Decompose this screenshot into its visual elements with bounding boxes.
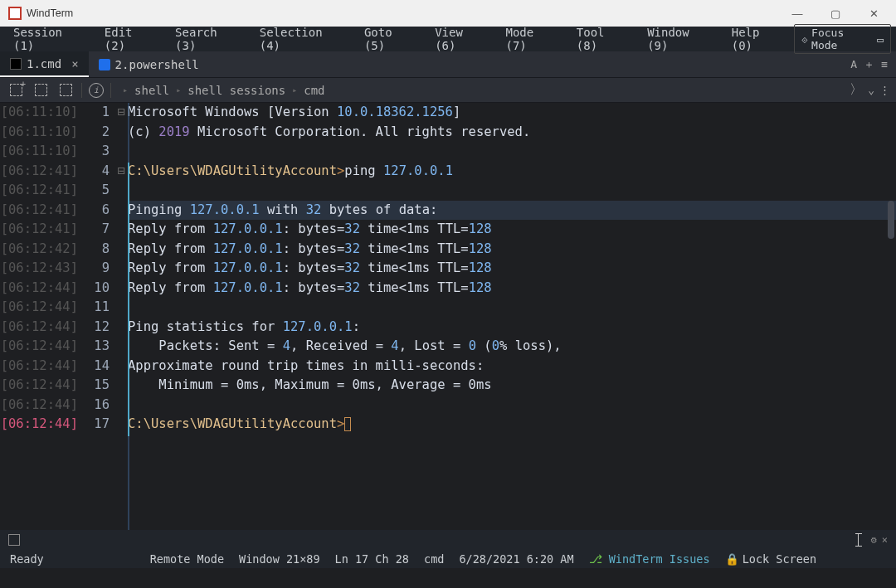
line-number: 14 bbox=[83, 357, 110, 377]
terminal-line: Reply from 127.0.0.1: bytes=32 time<1ms … bbox=[128, 279, 896, 299]
app-title: WindTerm bbox=[27, 7, 73, 19]
menu-selection[interactable]: Selection (4) bbox=[251, 22, 356, 56]
menu-goto[interactable]: Goto (5) bbox=[356, 22, 426, 56]
menubar: Session (1) Edit (2) Search (3) Selectio… bbox=[0, 27, 896, 51]
tab-cmd[interactable]: 1.cmd × bbox=[0, 51, 89, 77]
terminal-line: Reply from 127.0.0.1: bytes=32 time<1ms … bbox=[128, 240, 896, 260]
line-number: 4 bbox=[83, 162, 110, 182]
terminal[interactable]: [06:11:10][06:11:10][06:11:10][06:12:41]… bbox=[0, 103, 896, 530]
terminal-line: Reply from 127.0.0.1: bytes=32 time<1ms … bbox=[128, 220, 896, 240]
maximize-button[interactable]: ▢ bbox=[816, 0, 855, 27]
font-a-button[interactable]: A bbox=[850, 58, 857, 70]
fold-toggle bbox=[114, 123, 128, 143]
crumb-sessions[interactable]: shell sessions bbox=[187, 84, 285, 97]
fold-toggle bbox=[114, 220, 128, 240]
fold-toggle bbox=[114, 376, 128, 396]
terminal-line bbox=[128, 142, 896, 162]
line-number: 10 bbox=[83, 279, 110, 299]
more-button[interactable]: ⋮ bbox=[879, 84, 889, 96]
timestamp: [06:11:10] bbox=[0, 123, 78, 143]
close-button[interactable]: ✕ bbox=[855, 0, 893, 27]
menu-help[interactable]: Help (0) bbox=[723, 22, 794, 56]
chevron-right-icon: ▸ bbox=[292, 85, 297, 95]
focus-mode-label: Focus Mode bbox=[811, 27, 874, 51]
terminal-line: Packets: Sent = 4, Received = 4, Lost = … bbox=[128, 337, 896, 357]
focus-mode-button[interactable]: ⟐ Focus Mode ▭ bbox=[794, 24, 891, 54]
fold-toggle bbox=[114, 181, 128, 201]
tab-list-button[interactable]: ≡ bbox=[881, 58, 888, 70]
breadcrumb: ▸ shell ▸ shell sessions ▸ cmd bbox=[123, 84, 325, 97]
line-number: 6 bbox=[83, 201, 110, 221]
fold-toggle bbox=[114, 259, 128, 279]
status-date: 6/28/2021 6:20 AM bbox=[459, 552, 573, 566]
scrollbar[interactable] bbox=[888, 201, 894, 239]
line-number: 3 bbox=[83, 142, 110, 162]
timestamp: [06:12:44] bbox=[0, 376, 78, 396]
chevron-right-icon: ▸ bbox=[123, 85, 128, 95]
terminal-line bbox=[128, 181, 896, 201]
close-panel-button[interactable]: × bbox=[882, 534, 888, 546]
line-number: 1 bbox=[83, 103, 110, 123]
add-tab-button[interactable]: ＋ bbox=[864, 57, 874, 72]
crumb-shell[interactable]: shell bbox=[134, 84, 169, 97]
menu-window[interactable]: Window (9) bbox=[639, 22, 723, 56]
status-bar: Ready Remote Mode Window 21×89 Ln 17 Ch … bbox=[0, 550, 896, 568]
fold-toggle bbox=[114, 415, 128, 435]
line-number: 15 bbox=[83, 376, 110, 396]
timestamp: [06:12:41] bbox=[0, 162, 78, 182]
menu-edit[interactable]: Edit (2) bbox=[96, 22, 167, 56]
nav-dropdown-button[interactable]: ⌄ bbox=[868, 84, 874, 96]
terminal-line: C:\Users\WDAGUtilityAccount> bbox=[128, 415, 896, 435]
timestamp: [06:12:44] bbox=[0, 415, 78, 435]
line-number: 9 bbox=[83, 259, 110, 279]
tab-powershell[interactable]: 2.powershell bbox=[89, 51, 209, 77]
timestamp: [06:12:44] bbox=[0, 357, 78, 377]
crumb-cmd[interactable]: cmd bbox=[304, 84, 324, 97]
fold-toggle bbox=[114, 318, 128, 338]
status-issues-label: WindTerm Issues bbox=[609, 552, 710, 566]
terminal-line: Approximate round trip times in milli-se… bbox=[128, 357, 896, 377]
branch-icon: ⎇ bbox=[589, 552, 602, 566]
terminal-line: Reply from 127.0.0.1: bytes=32 time<1ms … bbox=[128, 259, 896, 279]
terminal-line: Microsoft Windows [Version 10.0.18362.12… bbox=[128, 103, 896, 123]
status-lock-label: Lock Screen bbox=[743, 552, 816, 566]
cursor bbox=[344, 417, 351, 431]
menu-session[interactable]: Session (1) bbox=[5, 22, 96, 56]
line-number: 7 bbox=[83, 220, 110, 240]
nav-next-button[interactable]: 〉 bbox=[850, 81, 863, 99]
fold-toggle[interactable]: ⊟ bbox=[114, 162, 128, 182]
line-number: 16 bbox=[83, 396, 110, 415]
terminal-line bbox=[128, 298, 896, 318]
tab-close-button[interactable]: × bbox=[71, 57, 78, 70]
fold-toggle[interactable]: ⊟ bbox=[114, 103, 128, 123]
status-shell[interactable]: cmd bbox=[424, 552, 444, 566]
menu-tool[interactable]: Tool (8) bbox=[568, 22, 639, 56]
menu-search[interactable]: Search (3) bbox=[167, 22, 251, 56]
fold-toggle bbox=[114, 396, 128, 415]
timestamp: [06:12:42] bbox=[0, 240, 78, 260]
tab-cmd-label: 1.cmd bbox=[27, 57, 61, 70]
fold-toggle bbox=[114, 298, 128, 318]
toolbar: i ▸ shell ▸ shell sessions ▸ cmd 〉 ⌄ ⋮ bbox=[0, 78, 896, 103]
timestamp: [06:12:44] bbox=[0, 279, 78, 299]
fold-toggle bbox=[114, 279, 128, 299]
menu-mode[interactable]: Mode (7) bbox=[498, 22, 568, 56]
status-window[interactable]: Window 21×89 bbox=[239, 552, 320, 566]
status-mode[interactable]: Remote Mode bbox=[150, 552, 224, 566]
layout-b-button[interactable] bbox=[56, 81, 75, 100]
new-window-button[interactable] bbox=[7, 81, 25, 100]
menu-view[interactable]: View (6) bbox=[426, 22, 497, 56]
tab-powershell-label: 2.powershell bbox=[115, 58, 199, 71]
status-lock[interactable]: 🔒Lock Screen bbox=[725, 552, 816, 566]
timestamp: [06:11:10] bbox=[0, 103, 78, 123]
line-number: 8 bbox=[83, 240, 110, 260]
status-position[interactable]: Ln 17 Ch 28 bbox=[335, 552, 409, 566]
info-icon[interactable]: i bbox=[89, 83, 104, 98]
status-issues[interactable]: ⎇ WindTerm Issues bbox=[589, 552, 710, 566]
panel-icon[interactable] bbox=[8, 534, 20, 546]
bottom-toolbar: ⚙ × bbox=[0, 530, 896, 550]
timestamp: [06:12:44] bbox=[0, 318, 78, 338]
timestamp: [06:12:44] bbox=[0, 337, 78, 357]
settings-gear-icon[interactable]: ⚙ bbox=[871, 534, 877, 546]
layout-a-button[interactable] bbox=[32, 81, 50, 100]
